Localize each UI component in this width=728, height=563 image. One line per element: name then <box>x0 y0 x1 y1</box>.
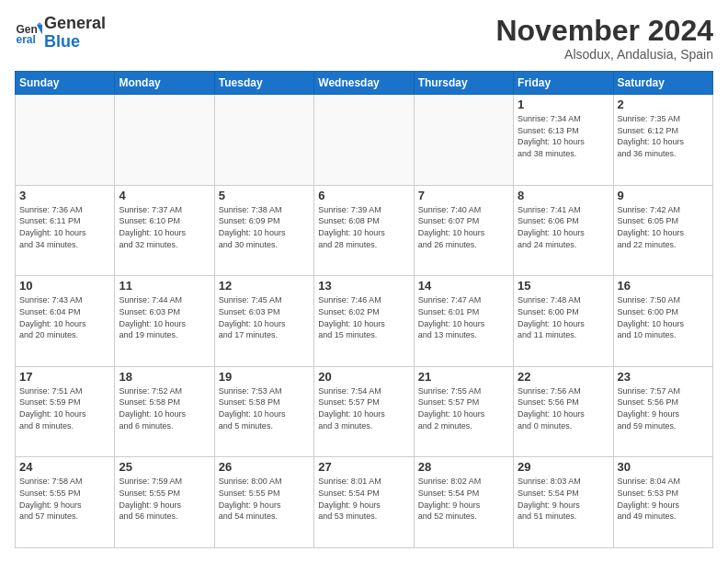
day-number: 17 <box>19 370 110 384</box>
day-number: 13 <box>318 279 409 293</box>
calendar-cell: 11Sunrise: 7:44 AM Sunset: 6:03 PM Dayli… <box>115 276 214 367</box>
calendar-cell: 28Sunrise: 8:02 AM Sunset: 5:54 PM Dayli… <box>414 457 513 548</box>
day-info: Sunrise: 7:53 AM Sunset: 5:58 PM Dayligh… <box>219 385 310 431</box>
calendar-cell <box>115 95 214 186</box>
calendar-cell: 15Sunrise: 7:48 AM Sunset: 6:00 PM Dayli… <box>514 276 613 367</box>
calendar-cell: 17Sunrise: 7:51 AM Sunset: 5:59 PM Dayli… <box>16 366 115 457</box>
day-info: Sunrise: 7:37 AM Sunset: 6:10 PM Dayligh… <box>119 204 210 250</box>
svg-text:eral: eral <box>17 32 36 45</box>
day-info: Sunrise: 7:57 AM Sunset: 5:56 PM Dayligh… <box>618 385 709 431</box>
subtitle: Alsodux, Andalusia, Spain <box>495 47 713 62</box>
day-number: 22 <box>518 370 609 384</box>
calendar-cell: 12Sunrise: 7:45 AM Sunset: 6:03 PM Dayli… <box>214 276 313 367</box>
svg-marker-3 <box>37 22 42 25</box>
calendar-cell: 2Sunrise: 7:35 AM Sunset: 6:12 PM Daylig… <box>613 95 712 186</box>
day-info: Sunrise: 7:46 AM Sunset: 6:02 PM Dayligh… <box>318 294 409 340</box>
day-number: 8 <box>518 189 609 202</box>
day-info: Sunrise: 7:40 AM Sunset: 6:07 PM Dayligh… <box>418 204 509 250</box>
calendar-cell: 25Sunrise: 7:59 AM Sunset: 5:55 PM Dayli… <box>115 457 214 548</box>
day-info: Sunrise: 7:54 AM Sunset: 5:57 PM Dayligh… <box>318 385 409 431</box>
title-block: November 2024 Alsodux, Andalusia, Spain <box>495 15 713 62</box>
col-thursday: Thursday <box>414 72 513 95</box>
calendar-header-row: Sunday Monday Tuesday Wednesday Thursday… <box>16 72 713 95</box>
calendar-cell: 14Sunrise: 7:47 AM Sunset: 6:01 PM Dayli… <box>414 276 513 367</box>
calendar-cell <box>16 95 115 186</box>
day-number: 28 <box>418 460 509 474</box>
calendar-cell <box>314 95 414 186</box>
day-number: 25 <box>119 460 210 474</box>
calendar-cell: 30Sunrise: 8:04 AM Sunset: 5:53 PM Dayli… <box>613 457 712 548</box>
day-number: 27 <box>318 460 409 474</box>
day-number: 16 <box>618 279 709 293</box>
day-info: Sunrise: 7:39 AM Sunset: 6:08 PM Dayligh… <box>318 204 409 250</box>
day-info: Sunrise: 7:51 AM Sunset: 5:59 PM Dayligh… <box>19 385 110 431</box>
day-number: 19 <box>219 370 310 384</box>
calendar-cell: 16Sunrise: 7:50 AM Sunset: 6:00 PM Dayli… <box>613 276 712 367</box>
day-number: 14 <box>418 279 509 293</box>
logo: Gen eral General Blue <box>15 15 106 52</box>
calendar-cell: 26Sunrise: 8:00 AM Sunset: 5:55 PM Dayli… <box>214 457 313 548</box>
calendar-cell: 23Sunrise: 7:57 AM Sunset: 5:56 PM Dayli… <box>613 366 712 457</box>
day-number: 2 <box>618 98 709 111</box>
day-number: 4 <box>119 189 210 202</box>
day-info: Sunrise: 7:41 AM Sunset: 6:06 PM Dayligh… <box>518 204 609 250</box>
day-info: Sunrise: 7:34 AM Sunset: 6:13 PM Dayligh… <box>518 113 609 159</box>
day-info: Sunrise: 7:50 AM Sunset: 6:00 PM Dayligh… <box>618 294 709 340</box>
day-info: Sunrise: 7:35 AM Sunset: 6:12 PM Dayligh… <box>618 113 709 159</box>
day-number: 6 <box>318 189 409 202</box>
calendar-week-5: 24Sunrise: 7:58 AM Sunset: 5:55 PM Dayli… <box>16 457 713 548</box>
day-number: 23 <box>618 370 709 384</box>
day-info: Sunrise: 7:56 AM Sunset: 5:56 PM Dayligh… <box>518 385 609 431</box>
calendar-cell: 29Sunrise: 8:03 AM Sunset: 5:54 PM Dayli… <box>514 457 613 548</box>
page: Gen eral General Blue November 2024 Also… <box>0 0 728 563</box>
calendar-table: Sunday Monday Tuesday Wednesday Thursday… <box>15 71 713 548</box>
day-number: 15 <box>518 279 609 293</box>
calendar-cell: 27Sunrise: 8:01 AM Sunset: 5:54 PM Dayli… <box>314 457 414 548</box>
day-number: 24 <box>19 460 110 474</box>
logo-text: General Blue <box>44 15 106 52</box>
day-number: 3 <box>19 189 110 202</box>
calendar-cell: 7Sunrise: 7:40 AM Sunset: 6:07 PM Daylig… <box>414 185 513 276</box>
day-number: 20 <box>318 370 409 384</box>
day-number: 11 <box>119 279 210 293</box>
col-saturday: Saturday <box>613 72 712 95</box>
calendar-cell <box>214 95 313 186</box>
day-info: Sunrise: 7:52 AM Sunset: 5:58 PM Dayligh… <box>119 385 210 431</box>
calendar-cell: 24Sunrise: 7:58 AM Sunset: 5:55 PM Dayli… <box>16 457 115 548</box>
calendar-cell: 9Sunrise: 7:42 AM Sunset: 6:05 PM Daylig… <box>613 185 712 276</box>
day-info: Sunrise: 7:59 AM Sunset: 5:55 PM Dayligh… <box>119 476 210 522</box>
calendar-cell: 5Sunrise: 7:38 AM Sunset: 6:09 PM Daylig… <box>214 185 313 276</box>
logo-icon: Gen eral <box>15 19 42 47</box>
calendar-week-1: 1Sunrise: 7:34 AM Sunset: 6:13 PM Daylig… <box>16 95 713 186</box>
day-info: Sunrise: 7:48 AM Sunset: 6:00 PM Dayligh… <box>518 294 609 340</box>
calendar-cell: 4Sunrise: 7:37 AM Sunset: 6:10 PM Daylig… <box>115 185 214 276</box>
calendar-body: 1Sunrise: 7:34 AM Sunset: 6:13 PM Daylig… <box>16 95 713 548</box>
col-sunday: Sunday <box>16 72 115 95</box>
calendar-cell: 1Sunrise: 7:34 AM Sunset: 6:13 PM Daylig… <box>514 95 613 186</box>
day-number: 5 <box>219 189 310 202</box>
day-info: Sunrise: 7:42 AM Sunset: 6:05 PM Dayligh… <box>618 204 709 250</box>
main-title: November 2024 <box>495 15 713 47</box>
col-monday: Monday <box>115 72 214 95</box>
calendar-cell: 19Sunrise: 7:53 AM Sunset: 5:58 PM Dayli… <box>214 366 313 457</box>
col-wednesday: Wednesday <box>314 72 414 95</box>
svg-marker-2 <box>37 25 42 35</box>
day-info: Sunrise: 8:00 AM Sunset: 5:55 PM Dayligh… <box>219 476 310 522</box>
calendar-cell: 20Sunrise: 7:54 AM Sunset: 5:57 PM Dayli… <box>314 366 414 457</box>
day-number: 29 <box>518 460 609 474</box>
day-number: 7 <box>418 189 509 202</box>
day-info: Sunrise: 8:04 AM Sunset: 5:53 PM Dayligh… <box>618 476 709 522</box>
calendar-cell: 3Sunrise: 7:36 AM Sunset: 6:11 PM Daylig… <box>16 185 115 276</box>
col-tuesday: Tuesday <box>214 72 313 95</box>
day-number: 26 <box>219 460 310 474</box>
calendar-cell: 8Sunrise: 7:41 AM Sunset: 6:06 PM Daylig… <box>514 185 613 276</box>
day-info: Sunrise: 7:38 AM Sunset: 6:09 PM Dayligh… <box>219 204 310 250</box>
calendar-cell: 22Sunrise: 7:56 AM Sunset: 5:56 PM Dayli… <box>514 366 613 457</box>
day-info: Sunrise: 7:47 AM Sunset: 6:01 PM Dayligh… <box>418 294 509 340</box>
calendar-cell: 18Sunrise: 7:52 AM Sunset: 5:58 PM Dayli… <box>115 366 214 457</box>
calendar-cell: 6Sunrise: 7:39 AM Sunset: 6:08 PM Daylig… <box>314 185 414 276</box>
day-number: 9 <box>618 189 709 202</box>
day-info: Sunrise: 7:45 AM Sunset: 6:03 PM Dayligh… <box>219 294 310 340</box>
calendar-cell: 21Sunrise: 7:55 AM Sunset: 5:57 PM Dayli… <box>414 366 513 457</box>
day-info: Sunrise: 7:43 AM Sunset: 6:04 PM Dayligh… <box>19 294 110 340</box>
